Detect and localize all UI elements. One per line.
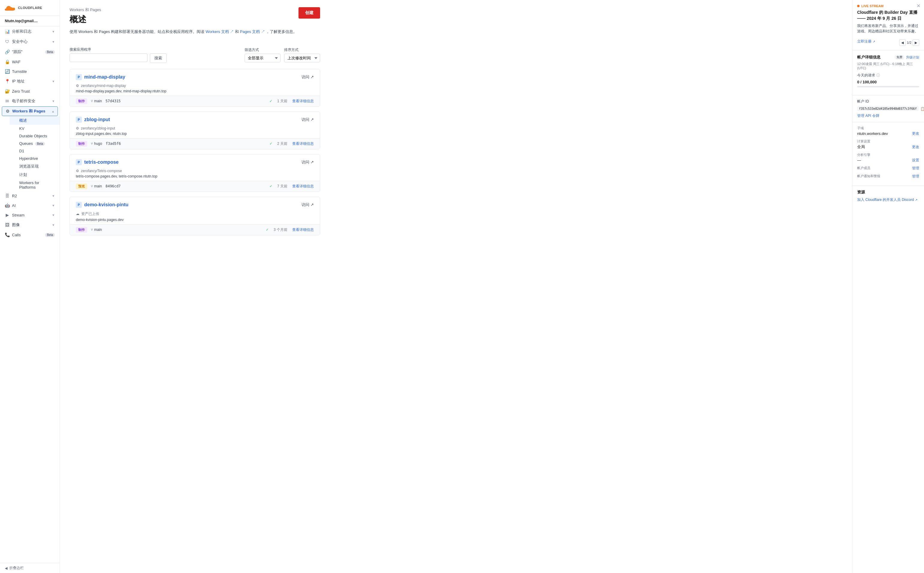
sidebar-sub-item-kv[interactable]: KV <box>9 125 59 132</box>
header-right: 创建 <box>298 7 320 19</box>
r2-icon: 🗄 <box>5 193 9 198</box>
sidebar-sub-item-browser[interactable]: 浏览器呈现 <box>9 162 59 171</box>
beta-badge: Beta <box>45 50 55 54</box>
requests-value: 0 / 100,000 <box>857 80 919 84</box>
pages-icon: P <box>76 117 82 123</box>
beta-badge: Beta <box>35 142 45 146</box>
members-manage-link[interactable]: 管理 <box>912 166 919 171</box>
analytics-value: — <box>857 158 861 163</box>
analytics-setup-link[interactable]: 设置 <box>912 158 919 163</box>
search-button[interactable]: 搜索 <box>150 53 167 63</box>
app-name-link[interactable]: P mind-map-display <box>76 74 125 80</box>
app-name-link[interactable]: P zblog-input <box>76 117 110 123</box>
sidebar-item-label: 图像 <box>12 222 50 228</box>
visit-link[interactable]: 访问 ↗ <box>301 74 314 80</box>
sidebar-sub-item-d1[interactable]: D1 <box>9 147 59 155</box>
chevron-icon: ▼ <box>52 80 55 83</box>
sidebar-item-analytics[interactable]: 📊 分析和日志 ▼ <box>0 27 59 37</box>
pages-docs-link[interactable]: Pages 文档 ↗ <box>240 30 265 34</box>
status-badge: 制作 <box>76 141 87 147</box>
ip-icon: 📍 <box>5 79 9 84</box>
repo-icon: ⚙ <box>76 84 79 88</box>
page-description: 使用 Workers 和 Pages 构建和部署无服务器功能、站点和全栈应用程序… <box>70 29 297 35</box>
sidebar-sub-item-durable-objects[interactable]: Durable Objects <box>9 132 59 140</box>
time-info: 12:00凌晨 周三 (UTC) - 6:18晚上 周三 (UTC) <box>857 62 919 70</box>
trace-icon: 🔗 <box>5 50 9 54</box>
compute-change-link[interactable]: 更改 <box>912 144 919 150</box>
sidebar-sub-item-hyperdrive[interactable]: Hyperdrive <box>9 155 59 162</box>
workers-docs-link[interactable]: Workers 文档 ↗ <box>206 30 234 34</box>
create-button[interactable]: 创建 <box>298 7 320 19</box>
info-icon: ⓘ <box>876 73 880 78</box>
sidebar-sub-item-plan[interactable]: 计划 <box>9 171 59 179</box>
sidebar-item-turnstile[interactable]: 🔄 Turnstile <box>0 67 59 76</box>
sidebar-item-security[interactable]: 🛡 安全中心 ▼ <box>0 37 59 47</box>
zerotrust-icon: 🔐 <box>5 89 9 94</box>
sidebar-item-r2[interactable]: 🗄 R2 ▼ <box>0 191 59 200</box>
live-stream-title: Cloudflare 的 Builder Day 直播 —— 2024 年 9 … <box>857 9 919 21</box>
detail-link[interactable]: 查看详细信息 <box>292 99 314 104</box>
visit-link[interactable]: 访问 ↗ <box>301 202 314 208</box>
members-label: 帐户成员 <box>857 166 870 170</box>
compute-value: 全局 <box>857 144 865 150</box>
branch-info: ⑂ hugo <box>91 141 102 146</box>
upgrade-link[interactable]: 升级计划 <box>906 55 919 59</box>
sidebar-sub-item-queues[interactable]: Queues Beta <box>9 140 59 147</box>
sidebar-item-label: Workers 和 Pages <box>12 108 49 114</box>
analytics-block: 分析引擎 — 设置 <box>857 153 919 163</box>
pages-icon: P <box>76 159 82 165</box>
next-page-button[interactable]: ▶ <box>913 39 919 46</box>
waf-icon: 🔒 <box>5 59 9 64</box>
sidebar-sub-item-workers-platforms[interactable]: Workers for Platforms <box>9 179 59 191</box>
visit-link[interactable]: 访问 ↗ <box>301 160 314 165</box>
sidebar-item-email[interactable]: ✉ 电子邮件安全 ▼ <box>0 96 59 106</box>
close-button[interactable]: ✕ <box>916 3 921 8</box>
collapse-sidebar-btn[interactable]: ◀ 折叠边栏 <box>0 563 59 573</box>
notifications-label: 帐户通知和警报 <box>857 174 880 178</box>
detail-link[interactable]: 查看详细信息 <box>292 141 314 146</box>
sidebar-sub-item-overview[interactable]: 概述 <box>9 116 59 125</box>
analytics-label: 分析引擎 <box>857 153 919 157</box>
chevron-icon: ▼ <box>52 213 55 217</box>
app-domains: mind-map-display.pages.dev, mind-map-dis… <box>76 89 314 93</box>
app-name-link[interactable]: P tetris-compose <box>76 159 119 165</box>
sidebar-item-zerotrust[interactable]: 🔐 Zero Trust <box>0 86 59 96</box>
security-icon: 🛡 <box>5 39 9 44</box>
status-badge: 制作 <box>76 99 87 104</box>
discord-link[interactable]: 加入 Cloudflare 的开发人员 Discord ↗ <box>857 197 919 202</box>
svg-point-0 <box>12 8 15 11</box>
sidebar-item-ip[interactable]: 📍 IP 地址 ▼ <box>0 76 59 86</box>
detail-link[interactable]: 查看详细信息 <box>292 184 314 189</box>
beta-badge: Beta <box>45 233 55 237</box>
sidebar-item-trace[interactable]: 🔗 "跟踪" Beta <box>0 47 59 57</box>
sidebar-item-ai[interactable]: 🤖 AI ▼ <box>0 200 59 210</box>
sidebar-item-images[interactable]: 🖼 图像 ▼ <box>0 220 59 230</box>
sidebar-item-stream[interactable]: ▶ Stream ▼ <box>0 210 59 220</box>
page-title: 概述 <box>70 14 297 25</box>
notifications-manage-link[interactable]: 管理 <box>912 174 919 179</box>
detail-link[interactable]: 查看详细信息 <box>292 227 314 232</box>
footer-right: ✓ 3 个月前 查看详细信息 <box>266 227 314 232</box>
branch-info: ⑂ main <box>91 99 102 103</box>
sidebar-item-waf[interactable]: 🔒 WAF <box>0 57 59 67</box>
filter-select[interactable]: 全部显示 <box>245 54 281 63</box>
calls-icon: 📞 <box>5 232 9 237</box>
app-repo: ⚙ zerofancy/Tetris-compose <box>76 169 314 173</box>
subdomain-change-link[interactable]: 更改 <box>912 131 919 136</box>
notifications-block: 帐户通知和警报 管理 <box>857 174 919 179</box>
sidebar-item-workers[interactable]: ⚙ Workers 和 Pages ▲ <box>2 106 58 116</box>
chevron-icon: ▼ <box>52 40 55 44</box>
register-link[interactable]: 立即注册 ↗ <box>857 39 875 44</box>
app-card-meta: ⚙ zerofancy/zblog-input zblog-input.page… <box>70 125 320 138</box>
prev-page-button[interactable]: ◀ <box>899 39 906 46</box>
sort-select[interactable]: 上次修改时间 <box>284 54 320 63</box>
search-input[interactable] <box>70 53 147 62</box>
app-card-meta: ☁ 资产已上传 demo-kvision-pintu.pages.dev <box>70 210 320 224</box>
copy-button[interactable]: 📋 <box>920 107 924 111</box>
sidebar-item-calls[interactable]: 📞 Calls Beta <box>0 230 59 240</box>
visit-link[interactable]: 访问 ↗ <box>301 117 314 122</box>
api-token-link[interactable]: 管理 API 令牌 <box>857 114 879 118</box>
breadcrumb: Workers 和 Pages <box>70 7 297 13</box>
search-filter-row: 搜索应用程序 🔍 搜索 筛选方式 全部显示 排序方式 上次修改时间 <box>70 47 320 63</box>
app-name-link[interactable]: P demo-kvision-pintu <box>76 202 129 208</box>
